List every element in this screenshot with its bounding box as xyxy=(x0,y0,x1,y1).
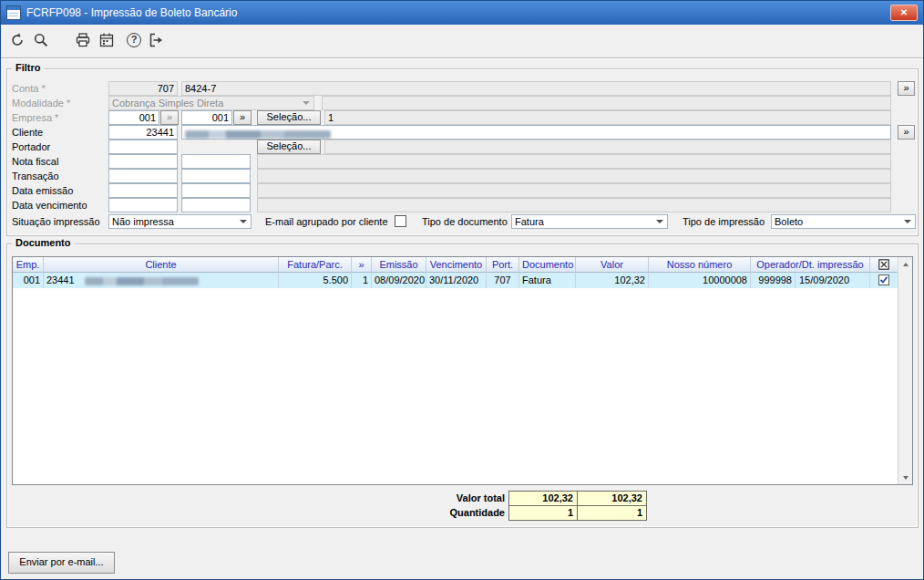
quantidade-field-1: 1 xyxy=(508,505,578,521)
title-bar: FCRFP098 - Impressão de Boleto Bancário … xyxy=(1,1,923,25)
situacao-label: Situação impressão xyxy=(12,214,100,229)
data-vencimento-extra-field xyxy=(257,198,891,212)
transacao-to-field[interactable] xyxy=(181,169,251,183)
empresa-code2-field[interactable]: 001 xyxy=(181,110,232,125)
header-emissao[interactable]: Emissão xyxy=(372,257,426,273)
portador-field[interactable] xyxy=(108,140,178,154)
scroll-down-icon[interactable] xyxy=(898,471,912,484)
modalidade-label: Modalidade * xyxy=(12,96,70,110)
data-vencimento-from-field[interactable] xyxy=(108,198,178,212)
header-port[interactable]: Port. xyxy=(487,257,519,273)
conta-label: Conta * xyxy=(12,81,46,96)
tipo-impressao-combo[interactable]: Boleto xyxy=(771,214,916,229)
redacted-client-name xyxy=(185,130,331,139)
redacted-client-name xyxy=(85,277,199,285)
header-documento[interactable]: Documento xyxy=(519,257,576,273)
header-fatura-parc[interactable]: Fatura/Parc. xyxy=(279,257,352,273)
documents-grid: Emp. Cliente Fatura/Parc. » Emissão Venc… xyxy=(12,256,913,485)
cliente-code-field[interactable]: 23441 xyxy=(108,125,178,140)
chevron-down-icon xyxy=(240,220,247,223)
cliente-more-button[interactable]: » xyxy=(898,125,915,140)
undo-button[interactable] xyxy=(6,29,28,51)
header-valor[interactable]: Valor xyxy=(576,257,649,273)
chevron-down-icon xyxy=(656,220,663,223)
cliente-label: Cliente xyxy=(12,125,43,140)
cell-emissao: 08/09/2020 xyxy=(372,273,426,288)
header-parc[interactable]: » xyxy=(352,257,372,273)
portador-label: Portador xyxy=(12,140,50,154)
exit-button[interactable] xyxy=(145,29,167,51)
valor-total-field-2: 102,32 xyxy=(577,491,647,506)
header-vencimento[interactable]: Vencimento xyxy=(426,257,487,273)
cliente-name-field[interactable] xyxy=(181,125,891,140)
portador-selecao-button[interactable]: Seleção... xyxy=(257,140,321,154)
print-icon xyxy=(75,32,91,48)
filter-legend: Filtro xyxy=(12,62,45,73)
valor-total-label: Valor total xyxy=(365,491,505,506)
valor-total-field-1: 102,32 xyxy=(508,491,578,506)
chevron-down-icon xyxy=(303,101,310,105)
conta-value-field: 8424-7 xyxy=(181,81,891,96)
header-emp[interactable]: Emp. xyxy=(13,257,44,273)
toolbar-separator xyxy=(1,57,923,59)
empresa-more1-button[interactable]: » xyxy=(160,110,179,125)
undo-icon xyxy=(9,32,26,48)
empresa-value-field: 1 xyxy=(324,110,891,125)
help-button[interactable]: ? xyxy=(123,29,145,51)
search-button[interactable] xyxy=(30,29,52,51)
cell-cliente-code: 23441 xyxy=(46,274,75,285)
cell-nosso-numero: 10000008 xyxy=(649,273,751,288)
nota-fiscal-label: Nota fiscal xyxy=(12,154,58,169)
cell-operador-dt: 999998 15/09/2020 xyxy=(751,273,870,288)
toolbar: ? xyxy=(1,25,923,57)
cell-operador: 999998 xyxy=(751,273,795,288)
transacao-from-field[interactable] xyxy=(108,169,178,183)
nota-fiscal-extra-field xyxy=(257,154,891,169)
quantidade-label: Quantidade xyxy=(365,505,505,521)
cell-parc: 1 xyxy=(352,273,372,288)
transacao-label: Transação xyxy=(12,169,59,183)
data-emissao-from-field[interactable] xyxy=(108,183,178,198)
modalidade-combo: Cobrança Simples Direta xyxy=(108,96,314,110)
close-button[interactable]: ✕ xyxy=(890,5,918,21)
email-agrupado-checkbox[interactable] xyxy=(395,215,406,227)
tipo-documento-combo[interactable]: Fatura xyxy=(511,214,668,229)
select-all-checkbox-icon xyxy=(878,261,889,272)
nota-fiscal-to-field[interactable] xyxy=(181,154,251,169)
empresa-more2-button[interactable]: » xyxy=(233,110,252,125)
empresa-code1-field[interactable]: 001 xyxy=(108,110,159,125)
header-operador[interactable]: Operador/Dt. impressão xyxy=(751,257,870,273)
quantidade-field-2: 1 xyxy=(577,505,647,521)
enviar-email-button[interactable]: Enviar por e-mail... xyxy=(8,552,115,574)
conta-more-button[interactable]: » xyxy=(898,81,915,96)
data-emissao-extra-field xyxy=(257,183,891,198)
chevron-down-icon xyxy=(904,220,911,223)
empresa-selecao-button[interactable]: Seleção... xyxy=(257,110,321,125)
data-emissao-to-field[interactable] xyxy=(181,183,251,198)
grid-scrollbar[interactable] xyxy=(898,257,912,484)
grid-row[interactable]: 001 23441 5.500 1 08/09/2020 30/11/2020 … xyxy=(13,273,898,288)
scroll-up-icon[interactable] xyxy=(898,257,912,271)
tipo-impressao-label: Tipo de impressão xyxy=(683,214,765,229)
conta-code-field: 707 xyxy=(108,81,178,96)
tipo-documento-value: Fatura xyxy=(515,215,652,228)
situacao-combo[interactable]: Não impressa xyxy=(108,214,252,229)
documento-legend: Documento xyxy=(12,237,75,248)
cell-selected[interactable] xyxy=(870,273,898,288)
data-vencimento-to-field[interactable] xyxy=(181,198,251,212)
portador-extra-field xyxy=(324,140,891,154)
cell-fatura-parc: 5.500 xyxy=(279,273,352,288)
cell-documento: Fatura xyxy=(519,273,576,288)
print-button[interactable] xyxy=(72,29,94,51)
header-select-all[interactable] xyxy=(870,257,898,273)
nota-fiscal-from-field[interactable] xyxy=(108,154,178,169)
cell-vencimento: 30/11/2020 xyxy=(426,273,487,288)
app-icon xyxy=(6,5,21,20)
header-nosso-numero[interactable]: Nosso número xyxy=(649,257,751,273)
window: FCRFP098 - Impressão de Boleto Bancário … xyxy=(0,0,924,580)
modalidade-value: Cobrança Simples Direta xyxy=(112,97,299,109)
help-icon: ? xyxy=(127,33,141,47)
calendar-button[interactable] xyxy=(96,29,118,51)
modalidade-extra-field xyxy=(322,96,891,110)
header-cliente[interactable]: Cliente xyxy=(44,257,279,273)
